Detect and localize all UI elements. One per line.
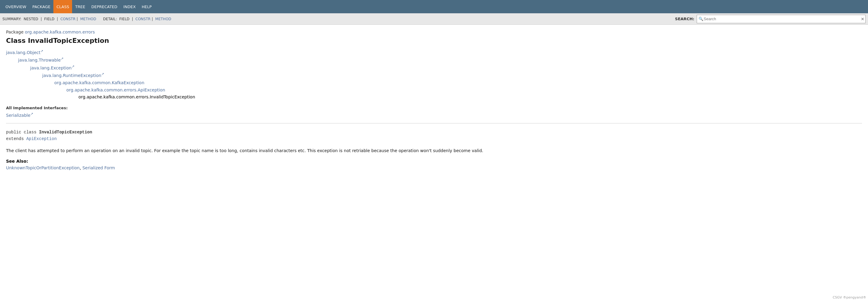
nav-tree[interactable]: TREE: [72, 0, 88, 13]
detail-sep2: |: [152, 17, 153, 21]
see-also-link-0[interactable]: UnknownTopicOrPartitionException: [6, 166, 80, 170]
sub-nav-summary: SUMMARY: NESTED | FIELD | CONSTR | METHO…: [2, 17, 675, 21]
hier-item-5: org.apache.kafka.common.errors.ApiExcept…: [66, 87, 862, 94]
detail-method[interactable]: METHOD: [155, 17, 171, 21]
sig-extends-keyword: extends: [6, 137, 26, 141]
class-title: Class InvalidTopicException: [6, 37, 862, 44]
hier-link-2[interactable]: java.lang.Exception: [30, 65, 71, 70]
summary-nested: NESTED: [24, 17, 38, 21]
nav-index[interactable]: INDEX: [120, 0, 139, 13]
sig-extends-link[interactable]: ApiException: [26, 137, 57, 141]
hier-link-5[interactable]: org.apache.kafka.common.errors.ApiExcept…: [66, 88, 165, 92]
sig-classname: InvalidTopicException: [39, 130, 92, 134]
search-label: SEARCH:: [675, 17, 694, 21]
package-line: Package org.apache.kafka.common.errors: [6, 30, 862, 34]
nav-package[interactable]: PACKAGE: [29, 0, 53, 13]
summary-method[interactable]: METHOD: [80, 17, 96, 21]
class-description: The client has attempted to perform an o…: [6, 147, 862, 154]
detail-constr[interactable]: CONSTR: [135, 17, 151, 21]
nav-help[interactable]: HELP: [139, 0, 155, 13]
hier-link-3[interactable]: java.lang.RuntimeException: [42, 73, 101, 78]
detail-field: FIELD: [119, 17, 129, 21]
top-navigation: OVERVIEW PACKAGE CLASS TREE DEPRECATED I…: [0, 0, 868, 13]
see-also-link-1[interactable]: Serialized Form: [82, 166, 115, 170]
implemented-interfaces-label: All Implemented Interfaces:: [6, 106, 862, 110]
package-label: Package: [6, 30, 24, 34]
hier-link-4[interactable]: org.apache.kafka.common.KafkaException: [54, 80, 145, 85]
summary-sep2: |: [57, 17, 58, 21]
search-wrapper: 🔍 ✕: [697, 15, 866, 23]
class-hierarchy: java.lang.Object↗ java.lang.Throwable↗ j…: [6, 49, 862, 101]
package-link[interactable]: org.apache.kafka.common.errors: [25, 30, 95, 34]
detail-label: DETAIL:: [103, 17, 117, 21]
hier-item-2: java.lang.Exception↗: [30, 64, 862, 71]
hier-link-0[interactable]: java.lang.Object: [6, 50, 40, 55]
summary-sep1: |: [41, 17, 42, 21]
sig-public: public class: [6, 130, 39, 134]
search-icon: 🔍: [699, 17, 703, 21]
detail-sep1: |: [132, 17, 133, 21]
hier-item-0: java.lang.Object↗: [6, 49, 862, 56]
hier-item-6: org.apache.kafka.common.errors.InvalidTo…: [79, 94, 862, 101]
interface-list: Serializable↗: [6, 112, 862, 118]
nav-deprecated[interactable]: DEPRECATED: [88, 0, 120, 13]
class-signature: public class InvalidTopicException exten…: [6, 129, 862, 143]
search-clear-button[interactable]: ✕: [861, 17, 864, 22]
search-area: SEARCH: 🔍 ✕: [675, 15, 866, 23]
search-input[interactable]: [697, 15, 866, 23]
see-also-label: See Also:: [6, 159, 862, 163]
sub-navigation: SUMMARY: NESTED | FIELD | CONSTR | METHO…: [0, 13, 868, 25]
hier-item-1: java.lang.Throwable↗: [18, 56, 862, 64]
serializable-link[interactable]: Serializable↗: [6, 113, 33, 118]
hier-link-1[interactable]: java.lang.Throwable: [18, 58, 61, 62]
nav-class[interactable]: CLASS: [53, 0, 72, 13]
summary-label: SUMMARY:: [2, 17, 22, 21]
hier-item-4: org.apache.kafka.common.KafkaException: [54, 79, 862, 87]
nav-overview[interactable]: OVERVIEW: [2, 0, 29, 13]
see-also-links: UnknownTopicOrPartitionException, Serial…: [6, 166, 862, 170]
divider: [6, 123, 862, 123]
summary-field: FIELD: [44, 17, 55, 21]
hier-item-3: java.lang.RuntimeException↗: [42, 71, 862, 79]
main-content: Package org.apache.kafka.common.errors C…: [0, 25, 868, 175]
summary-constr[interactable]: CONSTR: [60, 17, 75, 21]
summary-sep3: |: [76, 17, 78, 21]
